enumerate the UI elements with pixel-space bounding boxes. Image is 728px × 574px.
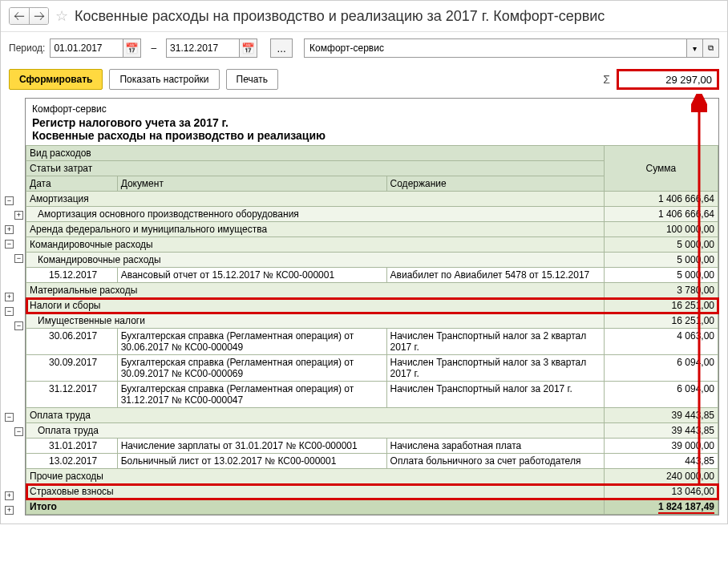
tree-toggle[interactable]: +	[5, 491, 14, 500]
table-row[interactable]: Аренда федерального и муниципального иму…	[26, 222, 718, 237]
report-org: Комфорт-сервис	[32, 103, 712, 115]
table-row[interactable]: Оплата труда39 443,85	[26, 408, 718, 423]
report-table: Вид расходов Сумма Статьи затрат Дата До…	[26, 145, 718, 515]
period-picker-button[interactable]: ...	[270, 38, 293, 58]
tree-toggle[interactable]: −	[14, 321, 23, 330]
period-from-input[interactable]	[50, 38, 123, 58]
header-date: Дата	[26, 176, 118, 192]
header-cont: Содержание	[386, 176, 604, 192]
back-button[interactable]: 🡠	[10, 8, 29, 24]
org-dropdown-icon[interactable]: ▾	[687, 38, 703, 58]
table-row[interactable]: Страховые взносы13 046,00	[26, 484, 718, 499]
table-row[interactable]: Имущественные налоги16 251,00	[26, 313, 718, 329]
sum-display[interactable]	[617, 69, 719, 90]
table-row[interactable]: 30.06.2017Бухгалтерская справка (Регламе…	[26, 329, 718, 355]
period-label: Период:	[9, 42, 45, 54]
period-to-input[interactable]	[166, 38, 240, 58]
table-row[interactable]: Амортизация1 406 666,64	[26, 192, 718, 207]
table-row[interactable]: Итого1 824 187,49	[26, 499, 718, 515]
page-title: Косвенные расходы на производство и реал…	[75, 8, 605, 25]
table-row[interactable]: Командировочные расходы5 000,00	[26, 237, 718, 253]
table-row[interactable]: Прочие расходы240 000,00	[26, 469, 718, 484]
tree-toggle[interactable]: +	[5, 506, 14, 515]
table-row[interactable]: Налоги и сборы16 251,00	[26, 298, 718, 313]
favorite-star-icon[interactable]: ☆	[55, 7, 68, 25]
table-row[interactable]: Командировочные расходы5 000,00	[26, 253, 718, 268]
tree-toggle[interactable]: +	[5, 293, 14, 301]
table-row[interactable]: 30.09.2017Бухгалтерская справка (Регламе…	[26, 355, 718, 382]
period-dash: –	[151, 42, 156, 54]
nav-buttons: 🡠 🡢	[9, 7, 49, 25]
sigma-icon: Σ	[603, 73, 610, 86]
tree-toggle[interactable]: −	[5, 196, 14, 205]
form-button[interactable]: Сформировать	[9, 69, 103, 90]
table-row[interactable]: Оплата труда39 443,85	[26, 423, 718, 439]
report-title-1: Регистр налогового учета за 2017 г.	[32, 116, 712, 129]
header-sum: Сумма	[604, 146, 718, 192]
table-row[interactable]: Материальные расходы3 780,00	[26, 283, 718, 298]
header-doc: Документ	[117, 176, 386, 192]
print-button[interactable]: Печать	[226, 69, 278, 90]
organization-input[interactable]	[304, 38, 687, 58]
tree-toggle[interactable]: −	[14, 427, 23, 436]
report-area: Комфорт-сервис Регистр налогового учета …	[25, 98, 719, 515]
org-open-icon[interactable]: ⧉	[703, 38, 719, 58]
tree-toggle[interactable]: −	[14, 254, 23, 263]
table-row[interactable]: 31.01.2017Начисление зарплаты от 31.01.2…	[26, 439, 718, 454]
header-vid: Вид расходов	[26, 146, 605, 161]
show-settings-button[interactable]: Показать настройки	[109, 69, 219, 90]
table-row[interactable]: Амортизация основного производственного …	[26, 207, 718, 222]
header-stati: Статьи затрат	[26, 161, 605, 176]
tree-toggle[interactable]: −	[5, 307, 14, 316]
tree-toggle[interactable]: +	[14, 211, 23, 220]
tree-toggle[interactable]: −	[5, 413, 14, 422]
forward-button[interactable]: 🡢	[29, 8, 48, 24]
report-title-2: Косвенные расходы на производство и реал…	[32, 129, 712, 142]
table-row[interactable]: 15.12.2017Авансовый отчет от 15.12.2017 …	[26, 268, 718, 283]
tree-toggle[interactable]: +	[5, 225, 14, 234]
calendar-to-icon[interactable]: 📅	[240, 38, 257, 58]
tree-toggle[interactable]: −	[5, 240, 14, 249]
table-row[interactable]: 13.02.2017Больничный лист от 13.02.2017 …	[26, 454, 718, 469]
table-row[interactable]: 31.12.2017Бухгалтерская справка (Регламе…	[26, 382, 718, 408]
calendar-from-icon[interactable]: 📅	[123, 38, 141, 58]
